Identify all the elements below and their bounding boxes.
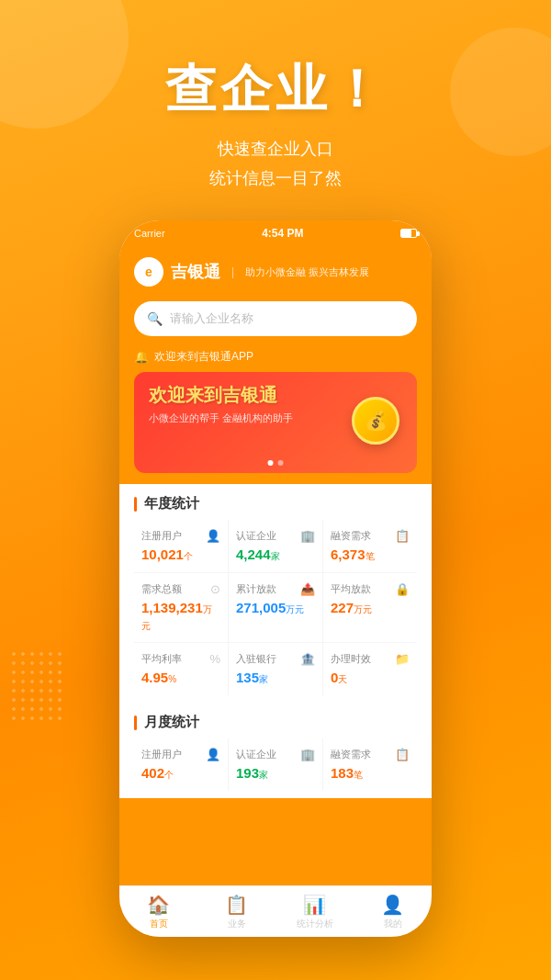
stats-icon: 📊 xyxy=(303,894,326,916)
app-header: e 吉银通 | 助力小微金融 振兴吉林发展 xyxy=(119,246,432,294)
stat-label-5: 平均放款 xyxy=(331,582,371,596)
notice-bar: 🔔 欢迎来到吉银通APP xyxy=(119,345,432,372)
monthly-stat-value-2: 183笔 xyxy=(331,765,410,782)
nav-label-stats: 统计分析 xyxy=(297,918,333,930)
stat-value-0: 10,021个 xyxy=(141,546,220,563)
search-bar[interactable]: 🔍 请输入企业名称 xyxy=(134,301,417,336)
stat-value-3: 1,139,231万元 xyxy=(141,600,220,633)
nav-item-home[interactable]: 🏠 首页 xyxy=(119,886,197,937)
bottom-nav: 🏠 首页 📋 业务 📊 统计分析 👤 我的 xyxy=(119,885,432,937)
battery-fill xyxy=(401,230,411,237)
banner-dot-2 xyxy=(278,460,284,466)
stat-value-5: 227万元 xyxy=(331,600,410,616)
stat-item-banks: 入驻银行 🏦 135家 xyxy=(229,643,322,695)
stat-icon-6: % xyxy=(209,652,220,666)
profile-icon: 👤 xyxy=(381,894,404,916)
app-name: 吉银通 xyxy=(171,261,220,283)
stat-item-registered-users: 注册用户 👤 10,021个 xyxy=(134,520,228,572)
stat-item-avg-rate: 平均利率 % 4.95% xyxy=(134,643,228,695)
monthly-stats-grid: 注册用户 👤 402个 认证企业 🏢 193家 融资需求 📋 xyxy=(134,738,417,791)
monthly-stat-label-1: 认证企业 xyxy=(236,748,276,761)
stat-item-process-time: 办理时效 📁 0天 xyxy=(323,643,417,695)
monthly-stats-title: 月度统计 xyxy=(144,714,199,731)
stat-icon-3: ⊙ xyxy=(210,582,220,596)
banner-dots xyxy=(268,460,284,466)
battery-icon xyxy=(400,229,417,238)
stat-value-2: 6,373笔 xyxy=(331,546,410,563)
business-icon: 📋 xyxy=(225,894,248,916)
monthly-stat-label-0: 注册用户 xyxy=(141,748,182,761)
nav-item-profile[interactable]: 👤 我的 xyxy=(354,886,432,937)
stat-item-total-demand: 需求总额 ⊙ 1,139,231万元 xyxy=(134,573,228,642)
header-title: 查企业！ xyxy=(0,55,551,125)
annual-stats-grid: 注册用户 👤 10,021个 认证企业 🏢 4,244家 融资需求 📋 xyxy=(134,520,417,695)
stat-label-6: 平均利率 xyxy=(141,652,182,666)
phone-mockup: Carrier 4:54 PM e 吉银通 | 助力小微金融 振兴吉林发展 🔍 … xyxy=(119,220,432,937)
stat-value-7: 135家 xyxy=(236,670,315,686)
logo-text: e xyxy=(145,265,152,279)
app-logo: e xyxy=(134,257,163,287)
monthly-stat-icon-1: 🏢 xyxy=(300,748,315,761)
banner-dot-1 xyxy=(268,460,274,466)
stat-icon-0: 👤 xyxy=(206,529,220,543)
header-subtitle: 快速查企业入口 统计信息一目了然 xyxy=(0,134,551,194)
notice-text: 欢迎来到吉银通APP xyxy=(154,349,253,365)
bottom-spacer xyxy=(119,798,432,853)
annual-stats-section: 年度统计 注册用户 👤 10,021个 认证企业 🏢 4,244家 xyxy=(119,484,432,703)
nav-label-home: 首页 xyxy=(150,918,168,930)
stat-label-7: 入驻银行 xyxy=(236,652,276,666)
search-icon: 🔍 xyxy=(147,311,163,326)
search-container: 🔍 请输入企业名称 xyxy=(119,294,432,345)
stat-label-8: 办理时效 xyxy=(331,652,371,666)
stat-value-4: 271,005万元 xyxy=(236,600,315,616)
phone-content: e 吉银通 | 助力小微金融 振兴吉林发展 🔍 请输入企业名称 🔔 欢迎来到吉银… xyxy=(119,246,432,937)
stat-label-2: 融资需求 xyxy=(331,529,371,543)
stat-value-8: 0天 xyxy=(331,670,410,686)
monthly-stat-item-0: 注册用户 👤 402个 xyxy=(134,738,228,791)
coin-icon: 💰 xyxy=(352,397,399,445)
annual-stats-title: 年度统计 xyxy=(144,495,199,513)
status-bar: Carrier 4:54 PM xyxy=(119,220,432,246)
stat-item-financing-demand: 融资需求 📋 6,373笔 xyxy=(323,520,417,572)
stat-icon-1: 🏢 xyxy=(300,529,315,543)
stat-label-1: 认证企业 xyxy=(236,529,276,543)
stat-value-6: 4.95% xyxy=(141,670,220,685)
stat-icon-8: 📁 xyxy=(395,652,410,666)
battery-area xyxy=(400,229,417,238)
notice-icon: 🔔 xyxy=(134,350,149,364)
accent-bar xyxy=(134,497,137,512)
stat-item-avg-loan: 平均放款 🔒 227万元 xyxy=(323,573,417,642)
subtitle-line1: 快速查企业入口 xyxy=(218,140,333,158)
banner[interactable]: 欢迎来到吉银通 小微企业的帮手 金融机构的助手 💰 xyxy=(134,372,417,473)
stat-label-4: 累计放款 xyxy=(236,582,276,596)
monthly-stat-icon-2: 📋 xyxy=(395,748,410,761)
stat-icon-2: 📋 xyxy=(395,529,410,543)
monthly-stats-section: 月度统计 注册用户 👤 402个 认证企业 🏢 193家 xyxy=(119,703,432,798)
app-slogan: 助力小微金融 振兴吉林发展 xyxy=(245,265,369,279)
header-area: 查企业！ 快速查企业入口 统计信息一目了然 xyxy=(0,0,551,212)
monthly-stat-icon-0: 👤 xyxy=(206,748,220,761)
monthly-stat-item-1: 认证企业 🏢 193家 xyxy=(229,738,322,791)
monthly-stat-label-2: 融资需求 xyxy=(331,748,371,761)
annual-stats-header: 年度统计 xyxy=(134,484,417,520)
monthly-stats-header: 月度统计 xyxy=(134,703,417,738)
app-divider: | xyxy=(231,265,234,278)
banner-illustration: 💰 xyxy=(343,379,408,462)
subtitle-line2: 统计信息一目了然 xyxy=(209,169,342,187)
stat-value-1: 4,244家 xyxy=(236,546,315,563)
nav-label-profile: 我的 xyxy=(384,918,402,930)
carrier-label: Carrier xyxy=(134,228,165,239)
stat-item-certified-companies: 认证企业 🏢 4,244家 xyxy=(229,520,322,572)
nav-item-stats[interactable]: 📊 统计分析 xyxy=(276,886,354,937)
monthly-stat-item-2: 融资需求 📋 183笔 xyxy=(323,738,417,791)
time-label: 4:54 PM xyxy=(262,227,303,240)
stat-icon-7: 🏦 xyxy=(300,652,315,666)
monthly-stat-value-1: 193家 xyxy=(236,765,315,782)
nav-label-business: 业务 xyxy=(228,918,246,930)
monthly-stat-value-0: 402个 xyxy=(141,765,220,782)
nav-item-business[interactable]: 📋 业务 xyxy=(197,886,276,937)
monthly-accent-bar xyxy=(134,715,137,730)
search-placeholder: 请输入企业名称 xyxy=(170,310,253,327)
stat-icon-5: 🔒 xyxy=(395,582,410,596)
stat-icon-4: 📤 xyxy=(300,582,315,596)
